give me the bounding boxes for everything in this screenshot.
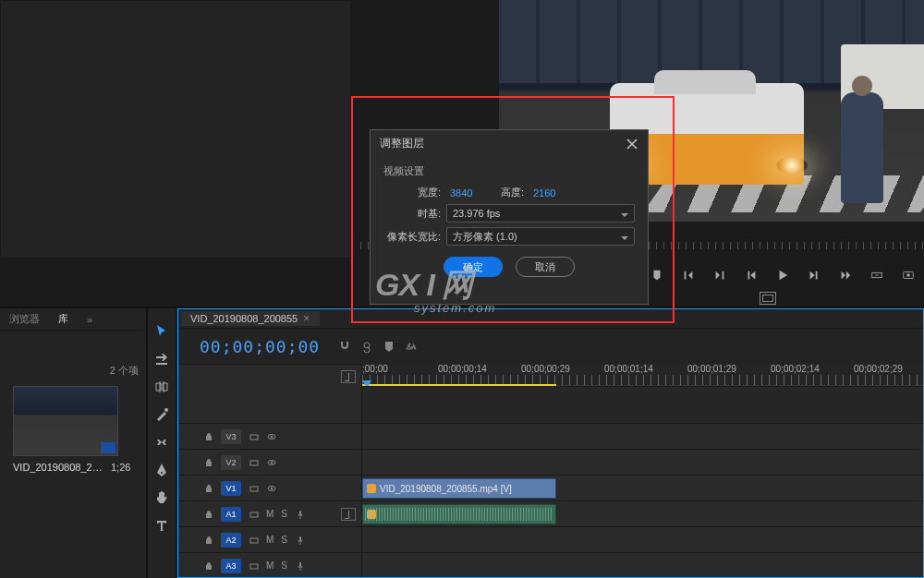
close-icon[interactable] xyxy=(626,138,638,151)
width-input[interactable]: 3840 xyxy=(446,187,491,199)
track-lane-v2[interactable] xyxy=(362,449,924,475)
clip-thumbnail[interactable] xyxy=(13,386,118,456)
lock-icon[interactable] xyxy=(203,560,213,571)
tab-library[interactable]: 库 xyxy=(49,308,78,330)
track-header-v3[interactable]: V3 xyxy=(177,423,361,449)
solo-button[interactable]: S xyxy=(281,509,287,519)
lock-icon[interactable] xyxy=(203,535,213,545)
sync-lock-icon[interactable] xyxy=(249,560,259,571)
voiceover-icon[interactable] xyxy=(295,509,305,519)
mute-button[interactable]: M xyxy=(266,509,274,519)
keyframe-btn-icon[interactable] xyxy=(341,508,356,521)
settings-icon[interactable] xyxy=(405,340,418,353)
go-to-out-icon[interactable] xyxy=(839,269,852,282)
row-par: 像素长宽比: 方形像素 (1.0) xyxy=(383,227,635,246)
type-tool-icon[interactable] xyxy=(153,517,170,534)
dialog-titlebar[interactable]: 调整图层 xyxy=(371,130,648,157)
sync-lock-icon[interactable] xyxy=(249,431,259,441)
eye-icon[interactable] xyxy=(266,431,276,441)
timebase-dropdown[interactable]: 23.976 fps xyxy=(446,204,635,223)
sync-lock-icon[interactable] xyxy=(249,535,259,545)
track-label[interactable]: A3 xyxy=(221,559,241,573)
export-frame-icon[interactable] xyxy=(902,269,915,282)
mark-out-icon[interactable] xyxy=(713,269,726,282)
svg-rect-6 xyxy=(250,461,258,465)
solo-button[interactable]: S xyxy=(281,560,287,571)
sync-lock-icon[interactable] xyxy=(249,509,259,519)
ripple-edit-tool-icon[interactable] xyxy=(153,379,170,395)
sequence-tab[interactable]: VID_20190808_200855 ✕ xyxy=(181,311,320,326)
par-dropdown[interactable]: 方形像素 (1.0) xyxy=(446,227,635,246)
add-marker-icon[interactable] xyxy=(650,269,663,282)
snap-icon[interactable] xyxy=(338,340,351,353)
pen-tool-icon[interactable] xyxy=(153,462,170,478)
clip-label: VID_20190808_200855.mp4 [V] xyxy=(380,484,512,494)
track-select-tool-icon[interactable] xyxy=(153,351,170,367)
project-tabs: 浏览器 库 » xyxy=(0,308,146,331)
lift-icon[interactable] xyxy=(870,269,883,282)
svg-rect-9 xyxy=(250,487,258,491)
track-lane-spacer[interactable] xyxy=(362,386,924,423)
current-timecode[interactable]: 00;00;00;00 xyxy=(200,337,320,356)
step-back-icon[interactable] xyxy=(745,269,758,282)
time-ruler[interactable]: ;00;00 00;00;00;14 00;00;00;29 00;00;01;… xyxy=(362,364,924,386)
close-icon[interactable]: ✕ xyxy=(303,314,310,323)
video-clip[interactable]: VID_20190808_200855.mp4 [V] xyxy=(362,478,556,499)
height-input[interactable]: 2160 xyxy=(529,187,574,199)
lock-icon[interactable] xyxy=(203,431,213,441)
ok-button[interactable]: 确定 xyxy=(444,257,503,277)
track-lane-v3[interactable] xyxy=(362,423,924,449)
track-label[interactable]: V2 xyxy=(221,455,241,470)
scene-pedestrian xyxy=(841,92,883,203)
cancel-button[interactable]: 取消 xyxy=(516,257,575,277)
track-header-a1[interactable]: A1 M S xyxy=(177,500,361,526)
tab-media-browser[interactable]: 浏览器 xyxy=(0,308,49,330)
track-label[interactable]: A1 xyxy=(221,507,241,522)
timecode-row: 00;00;00;00 xyxy=(177,329,924,364)
lock-icon[interactable] xyxy=(203,457,213,467)
safe-margins-icon[interactable] xyxy=(760,292,776,305)
track-header-a2[interactable]: A2 M S xyxy=(177,526,361,552)
mark-in-icon[interactable] xyxy=(682,269,695,282)
lock-icon[interactable] xyxy=(203,483,213,493)
tools-panel xyxy=(148,308,176,578)
track-header-a3[interactable]: A3 M S xyxy=(177,552,361,578)
razor-tool-icon[interactable] xyxy=(153,406,170,423)
track-lane-v1[interactable]: VID_20190808_200855.mp4 [V] xyxy=(362,475,924,500)
track-header-v1[interactable]: V1 xyxy=(177,475,361,500)
slip-tool-icon[interactable] xyxy=(153,434,170,451)
sync-lock-icon[interactable] xyxy=(249,483,259,493)
mute-button[interactable]: M xyxy=(266,560,274,571)
hand-tool-icon[interactable] xyxy=(153,489,170,506)
voiceover-icon[interactable] xyxy=(295,560,305,571)
track-lane-a3[interactable] xyxy=(362,552,924,578)
track-lane-a1[interactable] xyxy=(362,500,924,526)
eye-icon[interactable] xyxy=(266,457,276,467)
marker-icon[interactable] xyxy=(383,340,395,353)
sequence-tabs: VID_20190808_200855 ✕ xyxy=(177,308,924,329)
track-label[interactable]: V3 xyxy=(221,429,241,444)
keyframe-btn-icon[interactable] xyxy=(341,370,356,383)
lock-icon[interactable] xyxy=(203,509,213,519)
ruler-label: 00;00;00;29 xyxy=(521,364,570,374)
eye-icon[interactable] xyxy=(266,483,276,493)
ruler-label: 00;00;01;14 xyxy=(604,364,653,374)
track-lane-a2[interactable] xyxy=(362,526,924,552)
svg-rect-17 xyxy=(299,562,301,567)
selection-tool-icon[interactable] xyxy=(153,323,170,340)
step-fwd-icon[interactable] xyxy=(808,269,821,282)
row-timebase: 时基: 23.976 fps xyxy=(383,204,635,223)
audio-clip[interactable] xyxy=(362,504,556,524)
solo-button[interactable]: S xyxy=(281,535,287,545)
tab-overflow[interactable]: » xyxy=(78,310,102,329)
linked-selection-icon[interactable] xyxy=(360,340,373,353)
mute-button[interactable]: M xyxy=(266,535,274,545)
track-label[interactable]: V1 xyxy=(221,481,241,496)
track-label[interactable]: A2 xyxy=(221,533,241,548)
clip-name[interactable]: VID_20190808_2008... xyxy=(13,462,105,473)
track-content[interactable]: ;00;00 00;00;00;14 00;00;00;29 00;00;01;… xyxy=(362,364,924,578)
play-icon[interactable] xyxy=(776,269,789,282)
sync-lock-icon[interactable] xyxy=(249,457,259,467)
voiceover-icon[interactable] xyxy=(295,535,305,545)
track-header-v2[interactable]: V2 xyxy=(177,449,361,475)
